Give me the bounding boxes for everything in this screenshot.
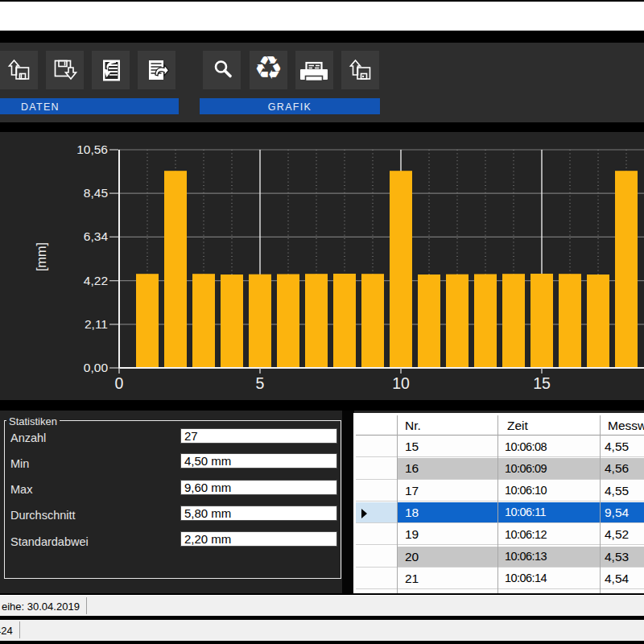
- svg-text:4,22: 4,22: [84, 274, 108, 287]
- svg-text:2,11: 2,11: [85, 317, 108, 331]
- svg-text:0: 0: [115, 374, 124, 392]
- svg-text:6,34: 6,34: [84, 229, 109, 243]
- svg-text:5: 5: [256, 374, 265, 392]
- svg-text:[mm]: [mm]: [34, 242, 48, 271]
- svg-text:15: 15: [533, 374, 551, 392]
- svg-text:10: 10: [392, 374, 410, 392]
- svg-text:0,00: 0,00: [84, 361, 109, 374]
- svg-text:8,45: 8,45: [84, 186, 108, 200]
- svg-text:10,56: 10,56: [76, 142, 108, 156]
